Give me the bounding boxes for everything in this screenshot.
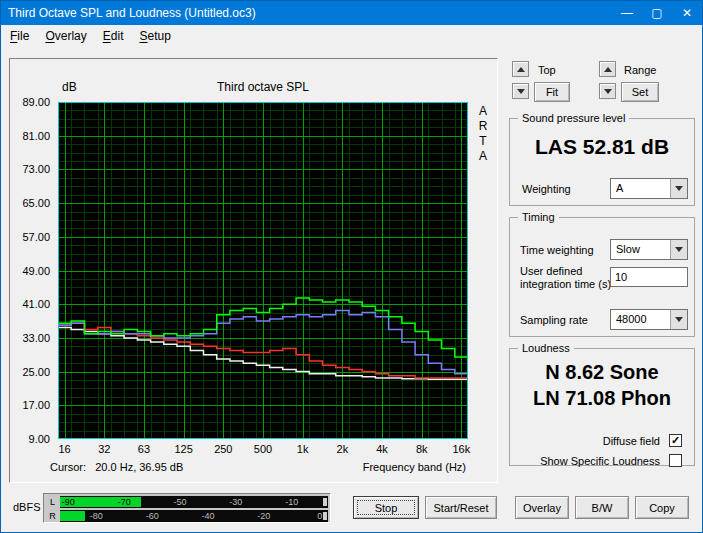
meter-tick: -90 — [62, 496, 75, 508]
minimize-button[interactable]: — — [612, 1, 642, 25]
meter-row: L-90-70-50-30-10 — [46, 496, 328, 508]
app-window: Third Octave SPL and Loudness (Untitled.… — [0, 0, 703, 533]
stop-button[interactable]: Stop — [353, 496, 419, 519]
diffuse-field-label: Diffuse field — [603, 435, 660, 447]
top-label: Top — [538, 64, 556, 76]
chevron-down-icon — [675, 317, 683, 326]
level-meter-l: -90-70-50-30-10 — [60, 496, 328, 508]
loudness-group: Loudness N 8.62 Sone LN 71.08 Phon Diffu… — [509, 348, 695, 466]
overlay-button-label: Overlay — [523, 502, 561, 514]
start-reset-button[interactable]: Start/Reset — [425, 496, 497, 519]
range-up-button[interactable] — [599, 61, 616, 77]
menu-item-file[interactable]: File — [2, 27, 37, 45]
fit-button-label: Fit — [546, 86, 558, 98]
copy-button-label: Copy — [649, 502, 675, 514]
chevron-down-icon — [675, 186, 683, 195]
time-weighting-combo[interactable]: Slow — [610, 239, 688, 260]
bw-button[interactable]: B/W — [575, 496, 629, 519]
menu-item-edit[interactable]: Edit — [95, 27, 132, 45]
arta-watermark-letter: T — [472, 134, 494, 149]
y-axis-tick: 89.00 — [10, 96, 50, 108]
top-up-button[interactable] — [512, 61, 529, 77]
meter-endcap — [323, 512, 327, 520]
x-axis-tick: 500 — [254, 443, 272, 455]
meter-tick: -30 — [229, 496, 242, 508]
meter-tick: -20 — [257, 510, 270, 522]
x-axis-tick: 2k — [337, 443, 349, 455]
x-axis-tick: 250 — [214, 443, 232, 455]
dbfs-label: dBFS — [13, 501, 41, 513]
x-axis-tick: 32 — [98, 443, 110, 455]
sampling-rate-combo[interactable]: 48000 — [610, 309, 688, 330]
spl-value: LAS 52.81 dB — [510, 135, 694, 159]
meter-tick: -40 — [201, 510, 214, 522]
down-arrow-icon — [517, 89, 525, 98]
chart-panel: dB Third octave SPL 89.0081.0073.0065.00… — [9, 58, 498, 483]
stop-button-label: Stop — [375, 502, 398, 514]
x-axis-tick: 125 — [174, 443, 192, 455]
x-axis-title: Frequency band (Hz) — [363, 461, 466, 473]
arta-watermark: ARTA — [472, 104, 494, 164]
integration-time-input[interactable] — [610, 267, 688, 287]
x-axis-tick: 16k — [453, 443, 471, 455]
weighting-label: Weighting — [522, 183, 571, 195]
meter-bar — [60, 511, 85, 521]
maximize-button[interactable]: ▢ — [642, 1, 672, 25]
weighting-combo[interactable]: A — [610, 178, 688, 199]
top-down-button[interactable] — [512, 83, 529, 99]
menu-item-overlay[interactable]: Overlay — [37, 27, 94, 45]
combo-dropdown-button[interactable] — [670, 179, 687, 198]
copy-button[interactable]: Copy — [635, 496, 689, 519]
integration-label-line1: User defined — [520, 265, 582, 277]
meter-tick: -60 — [146, 510, 159, 522]
y-axis-tick: 25.00 — [10, 366, 50, 378]
meter-row: R-80-60-40-200 — [46, 510, 328, 522]
y-axis-tick: 57.00 — [10, 231, 50, 243]
time-weighting-label: Time weighting — [520, 244, 594, 256]
sampling-rate-value: 48000 — [616, 313, 647, 325]
maximize-icon: ▢ — [651, 6, 662, 20]
spl-group: Sound pressure level LAS 52.81 dB Weight… — [509, 118, 695, 206]
menu-bar: FileOverlayEditSetup — [1, 25, 702, 46]
close-button[interactable]: ✕ — [672, 1, 702, 25]
timing-group-title: Timing — [518, 211, 559, 223]
level-meter-panel: L-90-70-50-30-10R-80-60-40-200 — [43, 493, 331, 523]
timing-group: Timing Time weighting Slow User defined … — [509, 217, 695, 337]
meter-channel-label: R — [46, 510, 59, 522]
y-axis-tick: 49.00 — [10, 265, 50, 277]
menu-item-setup[interactable]: Setup — [131, 27, 178, 45]
combo-dropdown-button[interactable] — [670, 310, 687, 329]
y-axis-tick: 33.00 — [10, 332, 50, 344]
arta-watermark-letter: R — [472, 119, 494, 134]
sampling-rate-label: Sampling rate — [520, 314, 588, 326]
start-reset-button-label: Start/Reset — [433, 502, 488, 514]
meter-tick: 0 — [317, 510, 322, 522]
y-axis-tick: 41.00 — [10, 298, 50, 310]
combo-dropdown-button[interactable] — [670, 240, 687, 259]
set-button-label: Set — [632, 86, 649, 98]
show-specific-loudness-checkbox[interactable] — [669, 454, 682, 467]
range-label: Range — [624, 64, 656, 76]
integration-label-line2: integration time (s) — [520, 278, 611, 290]
level-meter-r: -80-60-40-200 — [60, 510, 328, 522]
loudness-sone-value: N 8.62 Sone — [510, 361, 694, 384]
weighting-value: A — [616, 182, 623, 194]
chevron-down-icon — [675, 247, 683, 256]
meter-tick: -70 — [118, 496, 131, 508]
spl-plot-area[interactable] — [58, 102, 468, 439]
diffuse-field-checkbox[interactable]: ✓ — [669, 434, 682, 447]
close-icon: ✕ — [682, 6, 692, 20]
arta-watermark-letter: A — [472, 104, 494, 119]
show-specific-loudness-label: Show Specific Loudness — [540, 455, 660, 467]
fit-button[interactable]: Fit — [534, 82, 570, 102]
set-button[interactable]: Set — [621, 82, 659, 102]
x-axis-tick: 8k — [416, 443, 428, 455]
title-bar[interactable]: Third Octave SPL and Loudness (Untitled.… — [1, 1, 702, 25]
range-down-button[interactable] — [599, 83, 616, 99]
window-controls: — ▢ ✕ — [612, 1, 702, 25]
overlay-button[interactable]: Overlay — [515, 496, 569, 519]
x-axis-tick: 1k — [297, 443, 309, 455]
minimize-icon: — — [621, 6, 633, 20]
x-axis-tick: 16 — [58, 443, 70, 455]
up-arrow-icon — [604, 63, 612, 72]
